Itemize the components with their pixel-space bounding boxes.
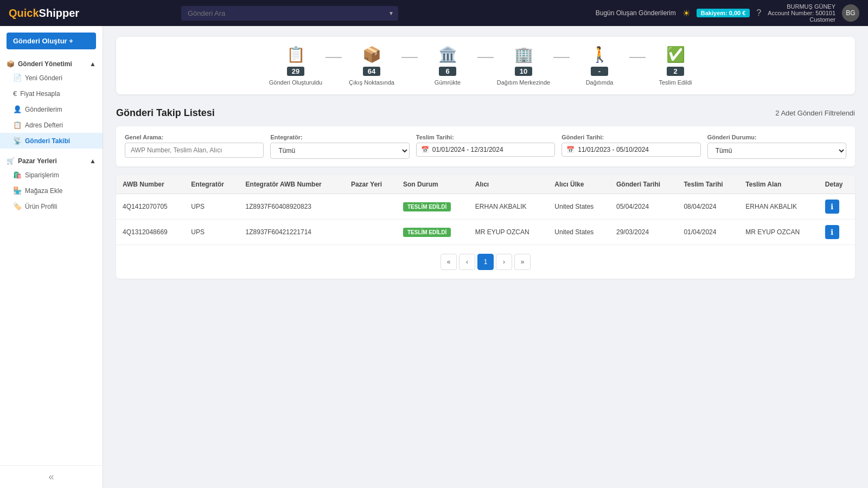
logo-quick: Quick bbox=[9, 7, 39, 19]
cell-teslim-alan-1: MR EYUP OZCAN bbox=[739, 220, 819, 245]
sidebar-item-gonderi-takibi[interactable]: 📡 Gönderi Takibi bbox=[0, 133, 103, 149]
pagination-page-1-button[interactable]: 1 bbox=[477, 254, 494, 270]
sidebar-item-takip-label: Gönderi Takibi bbox=[25, 137, 70, 145]
sidebar-item-magaza-label: Mağaza Ekle bbox=[25, 187, 62, 195]
package-icon: 📦 bbox=[7, 60, 15, 68]
page-title: Gönderi Takip Listesi bbox=[116, 107, 215, 119]
chevron-up-icon-pazar: ▲ bbox=[90, 157, 96, 165]
filter-group-genel: Genel Arama: bbox=[125, 134, 264, 159]
radar-icon: 📡 bbox=[13, 137, 22, 145]
sidebar-collapse-button[interactable]: « bbox=[0, 465, 103, 488]
step-label-olusturuldu: Gönderi Oluşturuldu bbox=[269, 79, 322, 86]
col-son-durum: Son Durum bbox=[397, 175, 469, 194]
step-label-dagitimda: Dağıtımda bbox=[586, 79, 614, 86]
create-shipment-button[interactable]: Gönderi Oluştur + bbox=[7, 33, 96, 49]
cell-son-durum-1: TESLİM EDİLDİ bbox=[397, 220, 469, 245]
shopping-icon: 🛍️ bbox=[13, 171, 22, 179]
cell-teslim-tarihi-0: 08/04/2024 bbox=[677, 194, 739, 220]
cell-pazar-yeri-1 bbox=[344, 220, 397, 245]
sidebar-section-pazar: 🛒Pazar Yerleri ▲ 🛍️ Siparişlerim 🏪 Mağaz… bbox=[0, 151, 103, 216]
sidebar-item-adres-defteri[interactable]: 📋 Adres Defteri bbox=[0, 117, 103, 133]
customs-icon: 🏛️ bbox=[438, 46, 457, 63]
cell-entegrator-awb-0: 1Z8937F60408920823 bbox=[239, 194, 344, 220]
step-badge-dagitim-merkezi: 10 bbox=[515, 67, 532, 76]
genel-arama-input[interactable] bbox=[125, 143, 264, 158]
col-entegrator-awb: Entegratör AWB Number bbox=[239, 175, 344, 194]
pagination-prev-button[interactable]: ‹ bbox=[459, 254, 475, 270]
logo-shipper: Shipper bbox=[39, 7, 79, 19]
status-step-cikis[interactable]: 📦 64 Çıkış Noktasında bbox=[342, 46, 401, 86]
store-icon: 🏪 bbox=[13, 187, 22, 195]
filter-group-gonderi-tarihi: Gönderi Tarihi: 📅 11/01/2023 - 05/10/202… bbox=[561, 134, 700, 159]
detail-button-1[interactable]: ℹ bbox=[825, 225, 839, 239]
sidebar-group-pazar-yerleri[interactable]: 🛒Pazar Yerleri ▲ bbox=[0, 153, 103, 167]
pagination-next-button[interactable]: › bbox=[496, 254, 512, 270]
sidebar-item-yeni-gonderi[interactable]: 📄 Yeni Gönderi bbox=[0, 70, 103, 86]
col-detay: Detay bbox=[819, 175, 855, 194]
sidebar-section-gonderi: 📦Gönderi Yönetimi ▲ 📄 Yeni Gönderi € Fiy… bbox=[0, 54, 103, 151]
doc-icon: 📄 bbox=[13, 74, 22, 82]
step-badge-cikis: 64 bbox=[363, 67, 380, 76]
cell-pazar-yeri-0 bbox=[344, 194, 397, 220]
user-icon: 👤 bbox=[13, 105, 22, 113]
status-step-dagitim-merkezi[interactable]: 🏢 10 Dağıtım Merkezinde bbox=[494, 46, 553, 86]
status-badge-1: TESLİM EDİLDİ bbox=[403, 228, 451, 237]
sidebar-item-siparislerim[interactable]: 🛍️ Siparişlerim bbox=[0, 167, 103, 183]
clipboard-icon: 📋 bbox=[286, 46, 305, 63]
status-step-dagitimda[interactable]: 🚶 - Dağıtımda bbox=[570, 46, 629, 86]
cart-icon: 🛒 bbox=[7, 157, 15, 165]
sidebar-item-gonderilerim[interactable]: 👤 Gönderilerim bbox=[0, 101, 103, 117]
search-bar: ▼ bbox=[181, 6, 398, 21]
step-label-dagitim-merkezi: Dağıtım Merkezinde bbox=[497, 79, 550, 86]
table-header-row: AWB Number Entegratör Entegratör AWB Num… bbox=[116, 175, 855, 194]
cell-gonderi-tarihi-1: 29/03/2024 bbox=[610, 220, 677, 245]
detail-button-0[interactable]: ℹ bbox=[825, 200, 839, 214]
calendar-icon-gonderi: 📅 bbox=[566, 146, 575, 153]
status-step-olusturuldu[interactable]: 📋 29 Gönderi Oluşturuldu bbox=[266, 46, 326, 86]
avatar[interactable]: BG bbox=[842, 4, 859, 22]
topnav: QuickShipper ▼ Bugün Oluşan Gönderilerim… bbox=[0, 0, 868, 26]
cell-son-durum-0: TESLİM EDİLDİ bbox=[397, 194, 469, 220]
status-step-gumruk[interactable]: 🏛️ 6 Gümrükte bbox=[418, 46, 477, 86]
status-bar: 📋 29 Gönderi Oluşturuldu 📦 64 Çıkış Nokt… bbox=[116, 37, 855, 94]
sidebar-group-gonderi-label: Gönderi Yönetimi bbox=[18, 60, 72, 68]
cell-detay-1: ℹ bbox=[819, 220, 855, 245]
balance-badge: Bakiyem: 0,00 € bbox=[697, 9, 750, 17]
teslim-tarihi-value: 01/01/2024 - 12/31/2024 bbox=[432, 146, 503, 153]
connector-1 bbox=[326, 57, 342, 58]
user-account: Account Number: 500101 bbox=[768, 10, 835, 16]
delivery-icon: 🚶 bbox=[590, 46, 609, 63]
help-icon[interactable]: ? bbox=[756, 8, 761, 18]
gonderi-tarihi-input[interactable]: 📅 11/01/2023 - 05/10/2024 bbox=[561, 143, 700, 157]
cell-entegrator-awb-1: 1Z8937F60421221714 bbox=[239, 220, 344, 245]
entegrator-select[interactable]: Tümü bbox=[270, 143, 409, 159]
today-shipments-label: Bugün Oluşan Gönderilerim bbox=[596, 9, 676, 17]
sidebar-item-fiyat-hesapla[interactable]: € Fiyat Hesapla bbox=[0, 86, 103, 101]
cell-alici-0: ERHAN AKBALIK bbox=[469, 194, 548, 220]
cell-alici-ulke-1: United States bbox=[548, 220, 610, 245]
pagination-first-button[interactable]: « bbox=[441, 254, 457, 270]
sidebar-item-urun-profili[interactable]: 🏷️ Ürün Profili bbox=[0, 198, 103, 214]
filter-group-gonderi-durumu: Gönderi Durumu: Tümü bbox=[707, 134, 846, 159]
step-badge-teslim: 2 bbox=[667, 67, 684, 76]
gonderi-durumu-select[interactable]: Tümü bbox=[707, 143, 846, 159]
cell-entegrator-0: UPS bbox=[184, 194, 239, 220]
sidebar: Gönderi Oluştur + 📦Gönderi Yönetimi ▲ 📄 … bbox=[0, 26, 103, 488]
col-teslim-alan: Teslim Alan bbox=[739, 175, 819, 194]
chevron-down-icon: ▼ bbox=[388, 10, 394, 16]
sidebar-item-magaza-ekle[interactable]: 🏪 Mağaza Ekle bbox=[0, 183, 103, 198]
pagination-last-button[interactable]: » bbox=[514, 254, 531, 270]
col-awb: AWB Number bbox=[116, 175, 184, 194]
col-pazar-yeri: Pazar Yeri bbox=[344, 175, 397, 194]
sidebar-group-gonderi-yonetimi[interactable]: 📦Gönderi Yönetimi ▲ bbox=[0, 56, 103, 70]
teslim-tarihi-input[interactable]: 📅 01/01/2024 - 12/31/2024 bbox=[416, 143, 555, 157]
connector-5 bbox=[629, 57, 646, 58]
col-gonderi-tarihi: Gönderi Tarihi bbox=[610, 175, 677, 194]
search-input[interactable] bbox=[181, 6, 398, 21]
sidebar-item-yeni-gonderi-label: Yeni Gönderi bbox=[25, 74, 62, 82]
shipment-table-wrap: AWB Number Entegratör Entegratör AWB Num… bbox=[116, 175, 855, 279]
table-row: 4Q1412070705 UPS 1Z8937F60408920823 TESL… bbox=[116, 194, 855, 220]
entegrator-label: Entegratör: bbox=[270, 134, 409, 140]
status-badge-0: TESLİM EDİLDİ bbox=[403, 202, 451, 211]
status-step-teslim[interactable]: ✅ 2 Teslim Edildi bbox=[646, 46, 705, 86]
